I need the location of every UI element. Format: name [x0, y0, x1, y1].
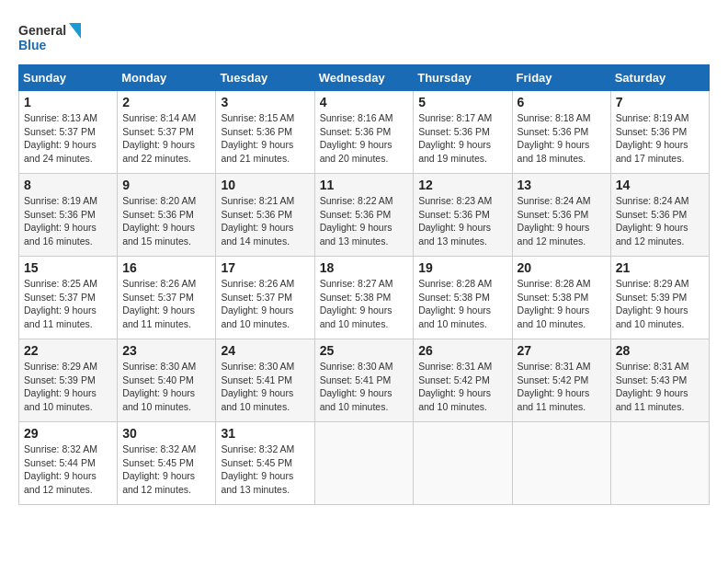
day-number: 18 [320, 260, 409, 275]
calendar-week-row: 1Sunrise: 8:13 AMSunset: 5:37 PMDaylight… [19, 91, 710, 174]
calendar-day-cell: 17Sunrise: 8:26 AMSunset: 5:37 PMDayligh… [216, 257, 314, 339]
calendar-day-cell: 25Sunrise: 8:30 AMSunset: 5:41 PMDayligh… [314, 339, 414, 422]
day-info: Sunrise: 8:31 AMSunset: 5:43 PMDaylight:… [616, 360, 704, 414]
calendar-day-cell: 16Sunrise: 8:26 AMSunset: 5:37 PMDayligh… [118, 257, 216, 339]
calendar-day-cell: 12Sunrise: 8:23 AMSunset: 5:36 PMDayligh… [414, 174, 512, 257]
day-info: Sunrise: 8:15 AMSunset: 5:36 PMDaylight:… [221, 111, 309, 166]
calendar-day-cell: 14Sunrise: 8:24 AMSunset: 5:36 PMDayligh… [610, 174, 709, 257]
calendar-day-cell: 9Sunrise: 8:20 AMSunset: 5:36 PMDaylight… [118, 174, 216, 257]
day-info: Sunrise: 8:30 AMSunset: 5:40 PMDaylight:… [122, 360, 210, 414]
calendar-day-cell: 24Sunrise: 8:30 AMSunset: 5:41 PMDayligh… [216, 339, 314, 422]
day-number: 11 [320, 178, 409, 192]
day-number: 31 [221, 426, 309, 441]
calendar-day-cell: 13Sunrise: 8:24 AMSunset: 5:36 PMDayligh… [512, 174, 610, 257]
day-number: 14 [616, 178, 704, 192]
day-info: Sunrise: 8:31 AMSunset: 5:42 PMDaylight:… [418, 360, 506, 414]
day-number: 6 [518, 95, 606, 109]
calendar-day-cell: 3Sunrise: 8:15 AMSunset: 5:36 PMDaylight… [216, 91, 314, 174]
calendar-day-cell: 7Sunrise: 8:19 AMSunset: 5:36 PMDaylight… [610, 91, 709, 174]
calendar-day-cell [414, 422, 512, 505]
calendar-day-cell: 23Sunrise: 8:30 AMSunset: 5:40 PMDayligh… [118, 339, 216, 422]
calendar-day-cell [610, 422, 709, 505]
day-info: Sunrise: 8:29 AMSunset: 5:39 PMDaylight:… [616, 277, 704, 331]
day-number: 19 [418, 260, 506, 275]
day-info: Sunrise: 8:22 AMSunset: 5:36 PMDaylight:… [320, 194, 409, 248]
day-info: Sunrise: 8:30 AMSunset: 5:41 PMDaylight:… [221, 360, 309, 414]
svg-marker-2 [69, 23, 81, 39]
calendar-day-cell: 31Sunrise: 8:32 AMSunset: 5:45 PMDayligh… [216, 422, 314, 505]
day-info: Sunrise: 8:17 AMSunset: 5:36 PMDaylight:… [418, 111, 506, 166]
day-info: Sunrise: 8:16 AMSunset: 5:36 PMDaylight:… [320, 111, 409, 166]
day-number: 24 [221, 343, 309, 358]
calendar-week-row: 15Sunrise: 8:25 AMSunset: 5:37 PMDayligh… [19, 257, 710, 339]
day-info: Sunrise: 8:32 AMSunset: 5:45 PMDaylight:… [221, 442, 309, 497]
calendar-day-cell: 15Sunrise: 8:25 AMSunset: 5:37 PMDayligh… [19, 257, 118, 339]
day-info: Sunrise: 8:23 AMSunset: 5:36 PMDaylight:… [418, 194, 506, 248]
day-number: 4 [320, 95, 409, 109]
calendar-week-row: 29Sunrise: 8:32 AMSunset: 5:44 PMDayligh… [19, 422, 710, 505]
day-number: 7 [616, 95, 704, 109]
day-number: 16 [122, 260, 210, 275]
day-number: 5 [418, 95, 506, 109]
page-header: GeneralBlue [18, 18, 710, 55]
calendar-day-cell: 8Sunrise: 8:19 AMSunset: 5:36 PMDaylight… [19, 174, 118, 257]
weekday-header-cell: Saturday [610, 65, 709, 91]
calendar-day-cell: 2Sunrise: 8:14 AMSunset: 5:37 PMDaylight… [118, 91, 216, 174]
calendar-day-cell: 21Sunrise: 8:29 AMSunset: 5:39 PMDayligh… [610, 257, 709, 339]
day-number: 13 [518, 178, 606, 192]
day-number: 12 [418, 178, 506, 192]
day-info: Sunrise: 8:20 AMSunset: 5:36 PMDaylight:… [122, 194, 210, 248]
calendar-day-cell: 30Sunrise: 8:32 AMSunset: 5:45 PMDayligh… [118, 422, 216, 505]
calendar-day-cell: 28Sunrise: 8:31 AMSunset: 5:43 PMDayligh… [610, 339, 709, 422]
weekday-header-cell: Tuesday [216, 65, 314, 91]
day-info: Sunrise: 8:29 AMSunset: 5:39 PMDaylight:… [24, 360, 112, 414]
weekday-header-row: SundayMondayTuesdayWednesdayThursdayFrid… [19, 65, 710, 91]
day-number: 30 [122, 426, 210, 441]
day-info: Sunrise: 8:24 AMSunset: 5:36 PMDaylight:… [518, 194, 606, 248]
day-number: 17 [221, 260, 309, 275]
weekday-header-cell: Thursday [414, 65, 512, 91]
weekday-header-cell: Monday [118, 65, 216, 91]
calendar-day-cell: 4Sunrise: 8:16 AMSunset: 5:36 PMDaylight… [314, 91, 414, 174]
day-info: Sunrise: 8:28 AMSunset: 5:38 PMDaylight:… [418, 277, 506, 331]
day-number: 28 [616, 343, 704, 358]
day-info: Sunrise: 8:13 AMSunset: 5:37 PMDaylight:… [24, 111, 112, 166]
general-blue-logo: GeneralBlue [18, 18, 83, 55]
day-info: Sunrise: 8:18 AMSunset: 5:36 PMDaylight:… [518, 111, 606, 166]
day-info: Sunrise: 8:27 AMSunset: 5:38 PMDaylight:… [320, 277, 409, 331]
calendar-table: SundayMondayTuesdayWednesdayThursdayFrid… [18, 64, 710, 505]
day-info: Sunrise: 8:31 AMSunset: 5:42 PMDaylight:… [518, 360, 606, 414]
day-number: 2 [122, 95, 210, 109]
calendar-day-cell: 26Sunrise: 8:31 AMSunset: 5:42 PMDayligh… [414, 339, 512, 422]
day-number: 20 [518, 260, 606, 275]
calendar-week-row: 22Sunrise: 8:29 AMSunset: 5:39 PMDayligh… [19, 339, 710, 422]
day-info: Sunrise: 8:21 AMSunset: 5:36 PMDaylight:… [221, 194, 309, 248]
weekday-header-cell: Sunday [19, 65, 118, 91]
day-info: Sunrise: 8:26 AMSunset: 5:37 PMDaylight:… [122, 277, 210, 331]
day-number: 23 [122, 343, 210, 358]
day-number: 29 [24, 426, 112, 441]
calendar-day-cell: 18Sunrise: 8:27 AMSunset: 5:38 PMDayligh… [314, 257, 414, 339]
calendar-day-cell: 5Sunrise: 8:17 AMSunset: 5:36 PMDaylight… [414, 91, 512, 174]
day-info: Sunrise: 8:32 AMSunset: 5:45 PMDaylight:… [122, 442, 210, 497]
calendar-day-cell: 6Sunrise: 8:18 AMSunset: 5:36 PMDaylight… [512, 91, 610, 174]
svg-text:General: General [18, 23, 66, 38]
day-number: 25 [320, 343, 409, 358]
day-info: Sunrise: 8:25 AMSunset: 5:37 PMDaylight:… [24, 277, 112, 331]
day-number: 8 [24, 178, 112, 192]
calendar-body: 1Sunrise: 8:13 AMSunset: 5:37 PMDaylight… [19, 91, 710, 505]
day-info: Sunrise: 8:30 AMSunset: 5:41 PMDaylight:… [320, 360, 409, 414]
calendar-day-cell: 11Sunrise: 8:22 AMSunset: 5:36 PMDayligh… [314, 174, 414, 257]
calendar-day-cell: 27Sunrise: 8:31 AMSunset: 5:42 PMDayligh… [512, 339, 610, 422]
calendar-day-cell [314, 422, 414, 505]
day-number: 10 [221, 178, 309, 192]
svg-text:Blue: Blue [18, 38, 47, 52]
calendar-day-cell: 29Sunrise: 8:32 AMSunset: 5:44 PMDayligh… [19, 422, 118, 505]
day-number: 21 [616, 260, 704, 275]
day-info: Sunrise: 8:19 AMSunset: 5:36 PMDaylight:… [616, 111, 704, 166]
calendar-day-cell: 22Sunrise: 8:29 AMSunset: 5:39 PMDayligh… [19, 339, 118, 422]
day-number: 3 [221, 95, 309, 109]
weekday-header-cell: Friday [512, 65, 610, 91]
day-info: Sunrise: 8:32 AMSunset: 5:44 PMDaylight:… [24, 442, 112, 497]
calendar-day-cell [512, 422, 610, 505]
